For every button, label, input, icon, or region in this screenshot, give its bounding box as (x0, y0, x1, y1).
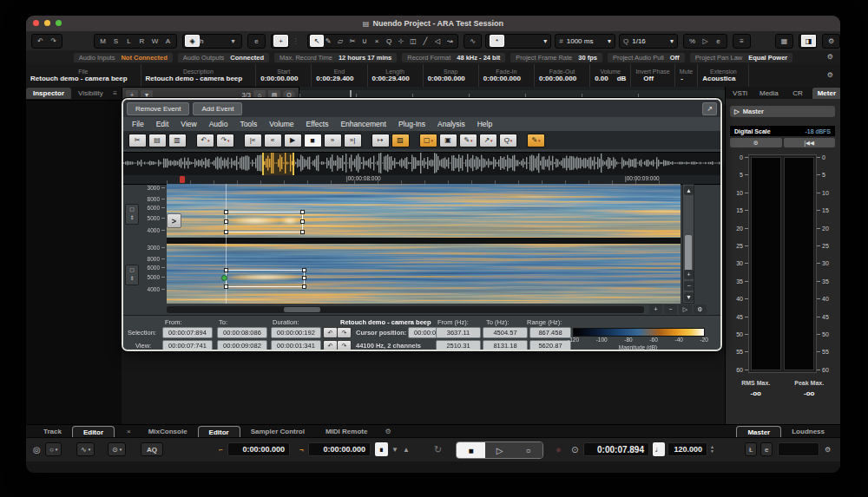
lower-zone-gear-icon[interactable]: ⚙ (385, 428, 391, 435)
editor-tool-button[interactable]: ✂ (128, 134, 147, 147)
selection-from-field[interactable]: 00:00:07:894 (162, 327, 213, 338)
chevron-down-icon[interactable]: ▾ (543, 37, 547, 45)
menu-item[interactable]: Volume (269, 120, 293, 128)
left-locator-field[interactable]: 0:00:00.000 (227, 442, 290, 456)
zoom-in-vertical-button[interactable]: + (684, 270, 694, 279)
status-chip[interactable]: Audio Inputs Not Connected (74, 53, 173, 62)
master-meter-select[interactable]: ▷ Master (730, 106, 835, 117)
info-line-gear-icon[interactable]: ⚙ (827, 71, 833, 79)
view-redo-button[interactable]: ↷ (337, 340, 352, 351)
selection-handle[interactable] (300, 230, 305, 234)
menu-item[interactable]: Edit (156, 120, 169, 128)
selection-handle[interactable] (224, 268, 228, 272)
view-to-hz-field[interactable]: 8131.18 (483, 340, 528, 351)
selection-handle[interactable] (300, 210, 305, 214)
play-button[interactable]: ▷ (485, 442, 514, 458)
menu-item[interactable]: Plug-Ins (398, 120, 425, 128)
hscroll-thumb[interactable] (284, 307, 320, 312)
zone-tab[interactable]: Loudness (781, 426, 835, 437)
meter-settings-gear-icon[interactable]: ⚙ (730, 138, 782, 147)
scroll-up-icon[interactable]: ▲ (684, 186, 694, 195)
info-column[interactable]: Invert Phase Off (631, 64, 674, 87)
close-lower-zone-icon[interactable]: × (127, 428, 131, 435)
editor-tool-button[interactable]: Q▾ (499, 134, 517, 147)
selection-to-field[interactable]: 00:00:08:086 (217, 327, 267, 338)
menu-item[interactable]: Help (477, 120, 492, 128)
punch-in-icon[interactable]: ▼ (391, 442, 398, 456)
tool-button[interactable]: ▱ (334, 36, 346, 46)
add-event-button[interactable]: Add Event (193, 102, 242, 115)
meter-reset-button[interactable]: |◀◀ (784, 138, 836, 147)
zoom-settings-wrench-icon[interactable]: ⚙ (694, 304, 707, 314)
marker-field[interactable] (778, 442, 819, 456)
editor-expand-icon[interactable]: ↗ (702, 102, 717, 115)
tab-visibility[interactable]: Visibility (71, 88, 110, 99)
menu-item[interactable]: Effects (306, 120, 329, 128)
playhead-marker[interactable] (180, 176, 185, 183)
selection-handle[interactable] (300, 219, 305, 224)
editor-tool-button[interactable]: ▣ (439, 134, 457, 147)
tempo-field[interactable]: 120.000 (667, 442, 707, 456)
selection-handle[interactable] (302, 276, 306, 280)
editor-horizontal-scrollbar[interactable] (167, 306, 644, 313)
tempo-stepper[interactable]: ▲▼ (710, 442, 714, 456)
chevron-down-icon[interactable]: ▾ (608, 37, 611, 45)
toolbar-settings-gear-icon[interactable]: ⚙ (825, 36, 838, 46)
quantize-edit-button[interactable]: e (712, 36, 725, 46)
info-column[interactable]: Extension Acoustica (698, 64, 749, 87)
status-chip[interactable]: Project Pan Law Equal Power (690, 53, 793, 62)
view-from-hz-field[interactable]: 2510.31 (436, 340, 481, 351)
edit-channel-button[interactable]: e (250, 36, 263, 46)
zone-tab[interactable]: Sampler Control (240, 426, 315, 437)
editor-tool-button[interactable]: ▢▾ (419, 134, 437, 147)
tool-button[interactable]: ◁ (431, 36, 444, 46)
minimize-window-button[interactable] (44, 20, 50, 26)
zone-tab[interactable]: MIDI Remote (315, 426, 378, 437)
info-column[interactable]: Description Retouch demo - camera beep (141, 64, 257, 87)
scroll-down-icon[interactable]: ▼ (684, 292, 694, 302)
record-button[interactable]: ○ (514, 442, 542, 458)
info-column[interactable]: Length 0:00:29.400 (368, 64, 424, 87)
zoom-window-button[interactable] (56, 20, 62, 26)
automation-button[interactable]: W (148, 36, 161, 46)
record-mode-button[interactable]: ○▾ (45, 442, 62, 456)
tool-button[interactable]: ◫ (407, 36, 419, 46)
zone-tab[interactable]: Track (33, 426, 72, 437)
zoom-out-vertical-button[interactable]: − (684, 281, 694, 291)
close-window-button[interactable] (33, 20, 39, 26)
editor-tool-button[interactable]: » (324, 134, 342, 147)
chevron-down-icon[interactable]: ▾ (227, 36, 240, 46)
audio-quantize-button[interactable]: AQ (141, 442, 163, 456)
audio-record-mode-button[interactable]: ∿▾ (76, 442, 95, 456)
overview-view-range[interactable] (262, 153, 294, 175)
tool-button[interactable]: ⊹ (395, 36, 407, 46)
status-chip[interactable]: Project Audio Pull Off (608, 53, 685, 62)
tool-button[interactable]: ✂ (346, 36, 358, 46)
selection-to-hz-field[interactable]: 4504.57 (483, 327, 528, 338)
editor-tool-button[interactable]: ▥ (168, 134, 187, 147)
midi-record-mode-button[interactable]: ⊙▾ (108, 442, 126, 456)
selection-from-hz-field[interactable]: 3637.11 (436, 327, 481, 338)
tool-button[interactable]: ↝ (444, 36, 456, 46)
spectral-selection-ch1[interactable] (226, 212, 303, 232)
left-locator-flag-icon[interactable]: ⌐ (219, 442, 223, 456)
stop-button[interactable]: ■ (457, 442, 485, 458)
status-line-gear-icon[interactable]: ⚙ (827, 53, 833, 61)
tool-button[interactable]: ∪ (358, 36, 371, 46)
vertical-scrollbar[interactable]: ▲ + − ▼ (682, 184, 694, 304)
right-locator-field[interactable]: 0:00:00.000 (308, 442, 371, 456)
selection-handle[interactable] (224, 210, 228, 214)
right-zone-tab[interactable]: VSTi (726, 88, 754, 99)
status-chip[interactable]: Max. Record Time 12 hours 17 mins (274, 53, 397, 62)
menu-item[interactable]: Analysis (437, 120, 465, 128)
quantize-panel-button[interactable]: ▷ (699, 36, 712, 46)
audio-alignment-button[interactable]: ≡ (735, 36, 748, 46)
quantize-select[interactable]: 1/16 (632, 37, 670, 45)
editor-tool-button[interactable]: |« (244, 134, 262, 147)
peak-max-value[interactable]: -oo (783, 389, 837, 397)
info-column[interactable]: Start 0:00:00.000 (256, 64, 312, 87)
latency-badge-icon[interactable]: Ł (745, 442, 757, 456)
tool-button[interactable]: Q (383, 36, 395, 46)
selection-anchor-dot[interactable] (221, 275, 227, 281)
selection-handle[interactable] (302, 268, 306, 272)
